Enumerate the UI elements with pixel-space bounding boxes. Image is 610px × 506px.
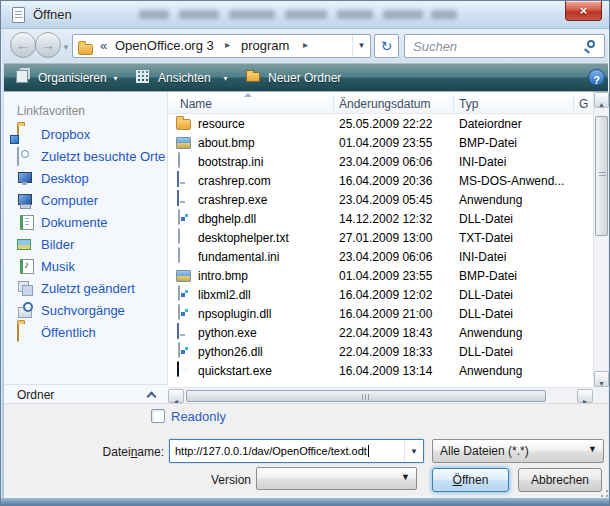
views-button[interactable]: Ansichten ▼	[134, 67, 234, 89]
blurred-menu-text	[229, 10, 275, 19]
readonly-checkbox[interactable]	[151, 409, 165, 423]
table-row[interactable]: crashrep.exe 23.04.2009 05:45 Anwendung	[168, 190, 593, 209]
sidebar-item-label: Musik	[41, 259, 75, 274]
scroll-right-button[interactable]: ►	[577, 389, 593, 403]
pictures-icon	[17, 239, 31, 250]
new-folder-button[interactable]: Neuer Ordner	[244, 67, 362, 89]
ini-text-icon	[178, 152, 180, 168]
table-row[interactable]: libxml2.dll 16.04.2009 12:02 DLL-Datei	[168, 285, 593, 304]
refresh-button[interactable]: ↻	[374, 34, 399, 58]
bmp-image-icon	[176, 270, 191, 282]
table-row[interactable]: fundamental.ini 23.04.2009 06:06 INI-Dat…	[168, 247, 593, 266]
close-button[interactable]: ×	[565, 1, 602, 21]
open-button[interactable]: Öffnen	[432, 468, 509, 492]
forward-icon: →	[41, 37, 55, 53]
sidebar-item[interactable]: Bilder	[4, 234, 168, 256]
history-dropdown[interactable]: ▼	[62, 43, 70, 52]
file-date: 27.01.2009 13:00	[339, 231, 432, 245]
sidebar-item[interactable]: Computer	[4, 190, 168, 212]
organize-button[interactable]: Organisieren ▼	[14, 67, 126, 89]
file-date: 16.04.2009 20:36	[339, 174, 432, 188]
table-row[interactable]: bootstrap.ini 23.04.2009 06:06 INI-Datei	[168, 152, 593, 171]
filename-dropdown-button[interactable]: ▼	[404, 440, 423, 462]
sidebar-item[interactable]: Desktop	[4, 168, 168, 190]
blurred-menu-text	[431, 10, 457, 19]
sidebar-item[interactable]: Suchvorgänge	[4, 300, 168, 322]
scroll-left-button[interactable]: ◄	[168, 389, 184, 403]
sidebar-item-label: Suchvorgänge	[41, 303, 125, 318]
back-icon: ←	[16, 37, 30, 53]
table-row[interactable]: npsoplugin.dll 16.04.2009 21:00 DLL-Date…	[168, 304, 593, 323]
dialog-footer: Readonly Dateiname: http://127.0.0.1/dav…	[4, 403, 608, 498]
views-grid-icon	[136, 70, 149, 83]
sidebar-item-label: Zuletzt besuchte Orte	[41, 149, 165, 164]
table-row[interactable]: quickstart.exe 16.04.2009 13:14 Anwendun…	[168, 361, 593, 380]
forward-button[interactable]: →	[35, 32, 61, 58]
table-row[interactable]: crashrep.com 16.04.2009 20:36 MS-DOS-Anw…	[168, 171, 593, 190]
breadcrumb-item[interactable]: OpenOffice.org 3	[115, 38, 214, 53]
back-button[interactable]: ←	[10, 32, 36, 58]
cancel-button[interactable]: Abbrechen	[518, 468, 602, 492]
resize-grip[interactable]	[598, 487, 608, 497]
filename-value: http://127.0.0.1/dav/OpenOffice/text.odt	[175, 445, 367, 457]
filename-input[interactable]: http://127.0.0.1/dav/OpenOffice/text.odt…	[169, 439, 424, 463]
vertical-scrollbar[interactable]: ▲ ▼	[593, 92, 608, 387]
filetype-select[interactable]: Alle Dateien (*.*) ▼	[432, 439, 604, 463]
blurred-menu-text	[383, 10, 423, 19]
file-date: 22.04.2009 18:33	[339, 345, 432, 359]
dll-icon	[178, 285, 180, 301]
breadcrumb-overflow-chevron[interactable]: «	[100, 38, 107, 53]
title-bar[interactable]: Öffnen ×	[1, 1, 609, 29]
document-icon	[12, 7, 25, 23]
column-header-name[interactable]: Name	[180, 97, 212, 111]
file-name: desktophelper.txt	[198, 231, 289, 245]
table-row[interactable]: python26.dll 22.04.2009 18:33 DLL-Datei	[168, 342, 593, 361]
blurred-menu-text	[337, 10, 373, 19]
table-row[interactable]: python.exe 22.04.2009 18:43 Anwendung	[168, 323, 593, 342]
bmp-image-icon	[176, 137, 191, 149]
vertical-scroll-thumb[interactable]	[595, 116, 608, 236]
txt-text-icon	[178, 228, 180, 244]
sidebar-item[interactable]: Dropbox	[4, 124, 168, 146]
version-select[interactable]: ▼	[256, 467, 417, 490]
search-input[interactable]: Suchen	[404, 34, 605, 58]
blurred-menu-text	[179, 10, 219, 19]
sidebar-item[interactable]: Zuletzt geändert	[4, 278, 168, 300]
quickstart-icon	[177, 361, 179, 377]
sidebar-item[interactable]: Musik	[4, 256, 168, 278]
file-date: 16.04.2009 12:02	[339, 288, 432, 302]
column-header-size[interactable]: G	[579, 97, 588, 111]
search-icon[interactable]	[587, 40, 595, 48]
table-row[interactable]: dbghelp.dll 14.12.2002 12:32 DLL-Datei	[168, 209, 593, 228]
chevron-right-icon[interactable]: ▸	[303, 39, 308, 50]
sidebar-item[interactable]: Öffentlich	[4, 322, 168, 344]
file-type: Anwendung	[459, 326, 522, 340]
scroll-down-button[interactable]: ▼	[594, 371, 609, 387]
file-date: 01.04.2009 23:55	[339, 269, 432, 283]
file-date: 23.04.2009 05:45	[339, 193, 432, 207]
breadcrumb[interactable]: « OpenOffice.org 3 ▸ program ▸ ▼	[72, 34, 371, 58]
horizontal-scrollbar[interactable]: ◄ ►	[168, 387, 593, 403]
table-row[interactable]: resource 25.05.2009 22:22 Dateiordner	[168, 114, 593, 133]
scroll-up-button[interactable]: ▲	[594, 92, 609, 108]
file-date: 23.04.2009 06:06	[339, 155, 432, 169]
horizontal-scroll-thumb[interactable]	[186, 390, 546, 402]
chevron-right-icon[interactable]: ▸	[225, 39, 230, 50]
file-name: resource	[198, 117, 245, 131]
sidebar-item-label: Zuletzt geändert	[41, 281, 135, 296]
breadcrumb-dropdown-button[interactable]: ▼	[352, 35, 370, 57]
column-header-type[interactable]: Typ	[459, 97, 478, 111]
sidebar-item-label: Desktop	[41, 171, 89, 186]
folders-expander[interactable]: Ordner	[4, 384, 168, 404]
table-row[interactable]: desktophelper.txt 27.01.2009 13:00 TXT-D…	[168, 228, 593, 247]
breadcrumb-item[interactable]: program	[241, 38, 289, 53]
help-button[interactable]: ?	[588, 69, 605, 86]
column-header-date[interactable]: Änderungsdatum	[339, 97, 430, 111]
sidebar-item[interactable]: Dokumente	[4, 212, 168, 234]
table-row[interactable]: about.bmp 01.04.2009 23:55 BMP-Datei	[168, 133, 593, 152]
address-bar: ← → ▼ « OpenOffice.org 3 ▸ program ▸ ▼ ↻…	[4, 29, 608, 63]
file-rows: resource 25.05.2009 22:22 Dateiordner ab…	[168, 114, 593, 380]
table-row[interactable]: intro.bmp 01.04.2009 23:55 BMP-Datei	[168, 266, 593, 285]
folder-icon	[176, 119, 191, 130]
sidebar-item[interactable]: Zuletzt besuchte Orte	[4, 146, 168, 168]
